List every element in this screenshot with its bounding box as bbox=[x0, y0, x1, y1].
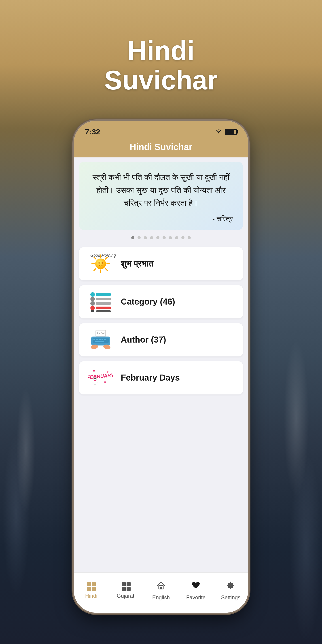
svg-point-40 bbox=[94, 378, 95, 379]
svg-rect-26 bbox=[94, 339, 95, 340]
svg-point-10 bbox=[98, 262, 100, 264]
svg-point-39 bbox=[94, 378, 96, 380]
page-title-line2: Suvichar bbox=[0, 65, 322, 95]
wifi-icon bbox=[215, 128, 222, 136]
svg-point-18 bbox=[90, 306, 95, 310]
svg-text:The End: The End bbox=[97, 332, 104, 334]
tab-favorite-label: Favorite bbox=[186, 594, 206, 600]
gujarati-grid-icon bbox=[122, 582, 130, 591]
svg-rect-19 bbox=[96, 306, 111, 309]
tab-hindi[interactable]: Hindi bbox=[74, 582, 109, 599]
category-label: Category (46) bbox=[121, 297, 175, 306]
tab-english[interactable]: English bbox=[144, 580, 178, 600]
dot-1 bbox=[131, 236, 134, 239]
svg-point-0 bbox=[218, 132, 219, 133]
svg-point-41 bbox=[95, 378, 96, 379]
good-morning-label: शुभ प्रभात bbox=[121, 259, 153, 269]
svg-text:♥: ♥ bbox=[107, 370, 108, 374]
svg-text:FEBRUARY: FEBRUARY bbox=[88, 372, 113, 380]
svg-rect-21 bbox=[96, 310, 111, 312]
svg-rect-27 bbox=[96, 339, 98, 340]
dot-6 bbox=[162, 236, 166, 239]
dot-3 bbox=[144, 236, 147, 239]
tab-favorite[interactable]: Favorite bbox=[178, 580, 213, 600]
svg-text:♥: ♥ bbox=[104, 380, 106, 384]
svg-line-8 bbox=[94, 268, 96, 270]
dot-2 bbox=[138, 236, 141, 239]
tab-settings-label: Settings bbox=[221, 594, 240, 600]
svg-point-11 bbox=[102, 262, 103, 264]
svg-rect-44 bbox=[94, 380, 96, 381]
tab-bar: Hindi Gujarati English bbox=[74, 572, 248, 613]
dot-8 bbox=[175, 236, 178, 239]
svg-rect-30 bbox=[104, 339, 106, 340]
hindi-grid-icon bbox=[87, 582, 96, 591]
pagination-dots bbox=[79, 236, 243, 239]
february-item[interactable]: FEBRUARY ♥ ♥ ♥ February Day bbox=[79, 361, 243, 394]
svg-rect-46 bbox=[160, 587, 162, 589]
phone-frame: 7:32 Hindi Suvichar स्त्री कभी भी पति की bbox=[74, 121, 248, 613]
svg-point-12 bbox=[90, 292, 95, 297]
tab-gujarati-label: Gujarati bbox=[117, 593, 136, 599]
status-bar: 7:32 bbox=[74, 121, 248, 138]
status-icons bbox=[215, 128, 237, 136]
svg-rect-29 bbox=[102, 339, 103, 340]
dot-4 bbox=[150, 236, 153, 239]
page-title-line1: Hindi bbox=[0, 36, 322, 65]
svg-text:♥: ♥ bbox=[93, 369, 95, 373]
svg-rect-13 bbox=[96, 293, 111, 296]
author-icon: The End bbox=[87, 329, 114, 351]
gear-icon bbox=[226, 580, 236, 592]
app-header: Hindi Suvichar bbox=[74, 138, 248, 158]
february-icon: FEBRUARY ♥ ♥ ♥ bbox=[87, 367, 114, 389]
quote-text: स्त्री कभी भी पति की दौलत के सुखी या दुख… bbox=[89, 171, 233, 210]
tab-english-label: English bbox=[152, 594, 170, 600]
svg-point-14 bbox=[90, 297, 95, 301]
tab-settings[interactable]: Settings bbox=[213, 580, 248, 600]
good-morning-text: Good Morning bbox=[90, 253, 116, 258]
app-header-title: Hindi Suvichar bbox=[130, 142, 192, 152]
heart-icon bbox=[191, 580, 201, 592]
page-title: Hindi Suvichar bbox=[0, 36, 322, 95]
category-icon bbox=[87, 291, 114, 313]
good-morning-icon: Good Morning bbox=[87, 253, 114, 275]
svg-rect-17 bbox=[96, 302, 111, 305]
status-time: 7:32 bbox=[85, 128, 100, 136]
svg-point-9 bbox=[95, 258, 106, 269]
author-label: Author (37) bbox=[121, 335, 166, 344]
svg-rect-15 bbox=[96, 298, 111, 300]
app-content: स्त्री कभी भी पति की दौलत के सुखी या दुख… bbox=[74, 158, 248, 591]
tab-hindi-label: Hindi bbox=[85, 593, 98, 599]
svg-rect-28 bbox=[99, 339, 100, 340]
battery-icon bbox=[225, 129, 237, 135]
dot-10 bbox=[188, 236, 191, 239]
category-item[interactable]: Category (46) bbox=[79, 285, 243, 318]
quote-author: - चरित्र bbox=[89, 215, 233, 223]
good-morning-item[interactable]: Good Morning bbox=[79, 247, 243, 280]
svg-rect-43 bbox=[94, 375, 96, 377]
february-label: February Days bbox=[121, 373, 180, 382]
home-icon bbox=[156, 580, 166, 592]
svg-line-6 bbox=[105, 268, 107, 270]
svg-point-20 bbox=[91, 310, 94, 312]
tab-gujarati[interactable]: Gujarati bbox=[109, 582, 144, 599]
dot-9 bbox=[181, 236, 184, 239]
dot-7 bbox=[169, 236, 172, 239]
author-item[interactable]: The End Author (37) bbox=[79, 323, 243, 356]
svg-point-16 bbox=[90, 301, 95, 306]
dot-5 bbox=[156, 236, 160, 239]
svg-rect-31 bbox=[95, 341, 104, 342]
quote-card[interactable]: स्त्री कभी भी पति की दौलत के सुखी या दुख… bbox=[79, 162, 243, 230]
